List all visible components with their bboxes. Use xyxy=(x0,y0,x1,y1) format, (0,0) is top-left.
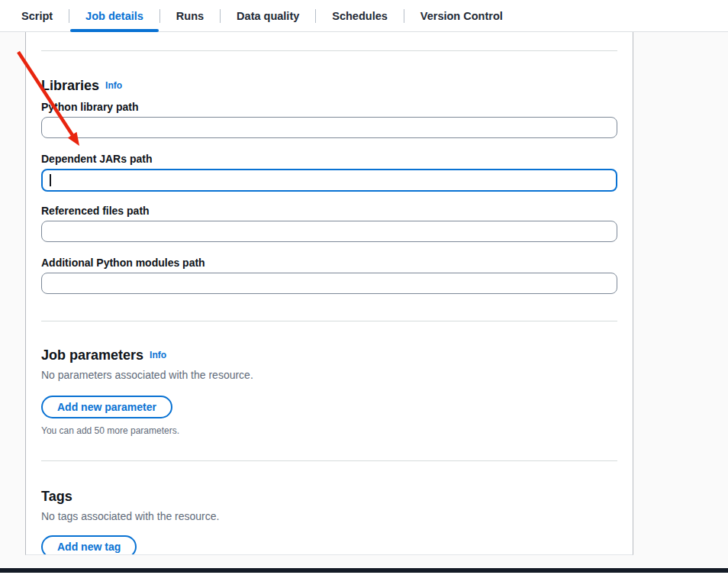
job-parameters-section: Job parametersInfo No parameters associa… xyxy=(41,347,617,437)
job-details-panel: LibrariesInfo Python library path Depend… xyxy=(25,32,633,555)
tab-script[interactable]: Script xyxy=(5,0,69,31)
job-parameters-empty-text: No parameters associated with the resour… xyxy=(41,368,617,382)
job-parameters-info-link[interactable]: Info xyxy=(150,350,166,360)
dependent-jars-path-label: Dependent JARs path xyxy=(41,152,617,166)
section-divider xyxy=(41,460,617,461)
tab-data-quality[interactable]: Data quality xyxy=(221,0,315,31)
libraries-info-link[interactable]: Info xyxy=(105,80,122,91)
tags-empty-text: No tags associated with the resource. xyxy=(41,509,617,523)
tab-bar: Script Job details Runs Data quality Sch… xyxy=(0,0,728,32)
tab-runs[interactable]: Runs xyxy=(160,0,220,31)
section-divider xyxy=(41,50,617,51)
referenced-files-path-input[interactable] xyxy=(41,221,617,242)
additional-python-modules-path-label: Additional Python modules path xyxy=(41,256,617,270)
libraries-heading-text: Libraries xyxy=(41,78,99,93)
job-parameters-helper-text: You can add 50 more parameters. xyxy=(41,425,617,437)
dependent-jars-path-input[interactable] xyxy=(41,169,617,192)
bottom-window-edge xyxy=(0,568,728,573)
glue-job-details-page: Script Job details Runs Data quality Sch… xyxy=(0,0,728,575)
tags-section: Tags No tags associated with the resourc… xyxy=(41,488,617,555)
section-divider xyxy=(41,321,617,321)
referenced-files-path-label: Referenced files path xyxy=(41,204,617,218)
python-library-path-input[interactable] xyxy=(41,117,617,138)
add-new-parameter-button[interactable]: Add new parameter xyxy=(41,396,172,418)
job-parameters-heading: Job parametersInfo xyxy=(41,347,617,363)
python-library-path-label: Python library path xyxy=(41,100,617,114)
tags-heading: Tags xyxy=(41,488,617,505)
libraries-section: LibrariesInfo Python library path Depend… xyxy=(41,77,617,294)
tab-job-details[interactable]: Job details xyxy=(69,0,159,31)
libraries-heading: LibrariesInfo xyxy=(41,77,617,94)
tab-schedules[interactable]: Schedules xyxy=(316,0,404,31)
job-parameters-heading-text: Job parameters xyxy=(41,347,143,363)
text-caret xyxy=(50,174,51,186)
tab-version-control[interactable]: Version Control xyxy=(404,0,519,31)
add-new-tag-button[interactable]: Add new tag xyxy=(41,535,137,555)
additional-python-modules-path-input[interactable] xyxy=(41,273,617,294)
